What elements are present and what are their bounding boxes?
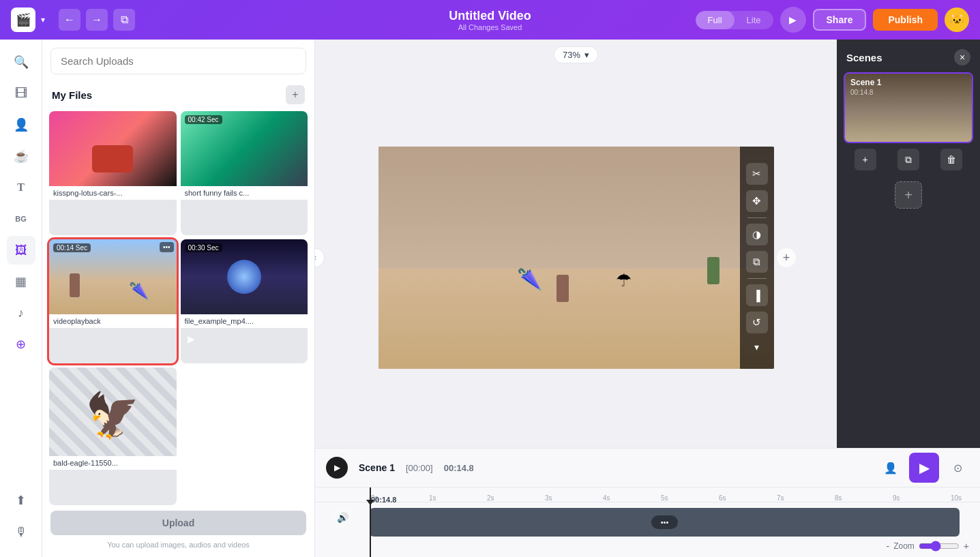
ruler-tick-8s: 8s (833, 494, 891, 502)
file-label-fails: short funny fails c... (181, 186, 308, 200)
track-more-icon: ••• (661, 518, 669, 526)
collapse-panel-button[interactable]: ‹ (315, 248, 325, 267)
add-file-button[interactable]: + (286, 85, 305, 104)
add-new-scene-button[interactable]: + (895, 181, 922, 209)
file-label-space: file_example_mp4.... (181, 314, 308, 328)
file-item-fails[interactable]: 00:42 Sec short funny fails c... (181, 111, 308, 235)
logo-caret[interactable]: ▾ (41, 15, 45, 25)
publish-button[interactable]: Publish (873, 9, 938, 31)
zoom-indicator[interactable]: 73% ▾ (554, 46, 598, 63)
file-label-beach: videoplayback (49, 314, 177, 328)
lite-toggle[interactable]: Lite (734, 11, 773, 29)
delete-scene-button[interactable]: 🗑 (940, 149, 962, 170)
crop-tool-button[interactable]: ⧉ (746, 251, 768, 273)
main-track-bar[interactable]: 00:14.8 ••• (370, 508, 960, 537)
canvas-toolbar: 73% ▾ (315, 40, 837, 67)
sidebar-item-template[interactable]: ▦ (7, 267, 35, 296)
save-status: All Changes Saved (449, 23, 531, 31)
sidebar-item-image[interactable]: 🖼 (7, 236, 35, 265)
video-icon-play: ▶ (919, 460, 930, 476)
sidebar-item-music[interactable]: ♪ (7, 299, 35, 327)
file-item-car[interactable]: kisspng-lotus-cars-... (49, 111, 177, 235)
full-toggle[interactable]: Full (696, 11, 734, 29)
timeline-scene-label: Scene 1 (359, 462, 395, 473)
sidebar-item-person[interactable]: 👤 (7, 110, 35, 139)
timeline-duration: 00:14.8 (444, 463, 474, 473)
forward-button[interactable]: → (86, 9, 108, 31)
user-avatar[interactable]: 🐱 (945, 7, 969, 32)
logo: 🎬 (11, 7, 35, 32)
tools-expand-icon[interactable]: ▾ (754, 342, 759, 352)
duplicate-scene-button[interactable]: ⧉ (897, 149, 919, 170)
share-button[interactable]: Share (813, 9, 867, 31)
topbar-right: Full Lite ▶ Share Publish 🐱 (696, 7, 969, 33)
timeline-ruler: 0s 1s 2s 3s 4s 5s 6s 7s 8s 9s 10s 11s 12… (315, 487, 980, 502)
color-tool-button[interactable]: ◑ (746, 224, 768, 245)
file-item-eagle[interactable]: 🦅 bald-eagle-11550... (49, 367, 177, 505)
scenes-panel-header: Scenes × (837, 40, 980, 72)
scene-1-thumbnail[interactable]: Scene 1 00:14.8 (844, 72, 973, 143)
sidebar-item-add[interactable]: ⊕ (7, 330, 35, 359)
project-title-area: Untitled Video All Changes Saved (449, 9, 531, 31)
file-item-space[interactable]: 00:30 Sec ▶ file_example_mp4.... (181, 239, 308, 363)
sidebar-item-mic[interactable]: 🎙 (7, 517, 35, 546)
uploads-panel: My Files + kisspng-lotus-cars-... 00:42 … (42, 40, 315, 557)
ruler-ticks: 0s 1s 2s 3s 4s 5s 6s 7s 8s 9s 10s 11s 12… (370, 487, 980, 502)
sidebar-item-background[interactable]: BG (7, 205, 35, 233)
canvas-video-inner: 🌂 ☂ (378, 147, 774, 369)
zoom-controls: - Zoom + (886, 541, 969, 552)
timeline-camera-button[interactable]: ⊙ (946, 456, 969, 479)
timeline-icons: 👤 ▶ ⊙ (879, 453, 969, 483)
timeline-person-button[interactable]: 👤 (879, 456, 902, 479)
back-button[interactable]: ← (59, 9, 80, 31)
upload-button[interactable]: Upload (50, 511, 306, 535)
timeline-header: ▶ Scene 1 [00:00] 00:14.8 👤 ▶ ⊙ (315, 449, 980, 487)
file-label-car: kisspng-lotus-cars-... (49, 186, 177, 200)
tool-divider-1 (747, 217, 767, 218)
add-element-canvas-button[interactable]: + (777, 248, 796, 267)
move-tool-button[interactable]: ✥ (746, 190, 768, 212)
scene-actions: + ⧉ 🗑 (837, 143, 980, 176)
file-more-beach[interactable]: ••• (160, 242, 174, 252)
left-sidebar: 🔍 🎞 👤 ☕ T BG 🖼 ▦ ♪ ⊕ ⬆ 🎙 (0, 40, 42, 557)
rotate-tool-button[interactable]: ↺ (746, 312, 768, 333)
view-toggle: Full Lite (696, 11, 773, 29)
logo-emoji: 🎬 (16, 12, 31, 27)
ruler-tick-10s: 10s (949, 494, 980, 502)
file-item-beach[interactable]: 🌂 00:14 Sec ••• videoplayback ↙ (49, 239, 177, 363)
preview-play-button[interactable]: ▶ (780, 7, 806, 33)
zoom-slider[interactable] (919, 541, 960, 552)
sidebar-item-sticker[interactable]: ☕ (7, 142, 35, 170)
timeline-video-icon[interactable]: ▶ (909, 453, 939, 483)
ruler-tick-5s: 5s (659, 494, 717, 502)
my-files-title: My Files (52, 89, 92, 101)
timeline-area: ▶ Scene 1 [00:00] 00:14.8 👤 ▶ ⊙ 0s 1s (315, 448, 980, 557)
cut-tool-button[interactable]: ✂ (746, 163, 768, 185)
split-tool-button[interactable]: ▐ (746, 284, 768, 306)
tool-divider-2 (747, 278, 767, 279)
timeline-play-button[interactable]: ▶ (326, 457, 348, 479)
timeline-play-icon: ▶ (334, 463, 340, 472)
sidebar-item-upload[interactable]: ⬆ (7, 486, 35, 515)
ruler-tick-1s: 1s (428, 494, 486, 502)
track-icon-area: 🔊 (315, 508, 370, 527)
person-figure-2 (707, 257, 719, 284)
duplicate-button[interactable]: ⧉ (113, 9, 135, 31)
beach-sky (378, 147, 774, 269)
add-scene-action-button[interactable]: + (855, 149, 876, 170)
sidebar-item-search[interactable]: 🔍 (7, 48, 35, 76)
ruler-tick-7s: 7s (775, 494, 833, 502)
zoom-plus-icon[interactable]: + (964, 541, 969, 552)
search-input[interactable] (50, 48, 306, 74)
file-play-space[interactable]: ▶ (188, 333, 195, 344)
canvas-video[interactable]: 🌂 ☂ ✂ ✥ ◑ ⧉ ▐ ↺ (378, 147, 774, 369)
sidebar-item-media[interactable]: 🎞 (7, 79, 35, 108)
file-duration-beach: 00:14 Sec (53, 243, 91, 252)
zoom-minus-icon[interactable]: - (886, 541, 889, 552)
files-grid: kisspng-lotus-cars-... 00:42 Sec short f… (42, 111, 314, 505)
track-icon: 🔊 (333, 508, 352, 527)
scenes-panel-close-button[interactable]: × (954, 49, 970, 65)
add-new-scene-area: + (837, 181, 980, 209)
sidebar-item-text[interactable]: T (7, 173, 35, 202)
zoom-value: 73% (563, 50, 580, 60)
